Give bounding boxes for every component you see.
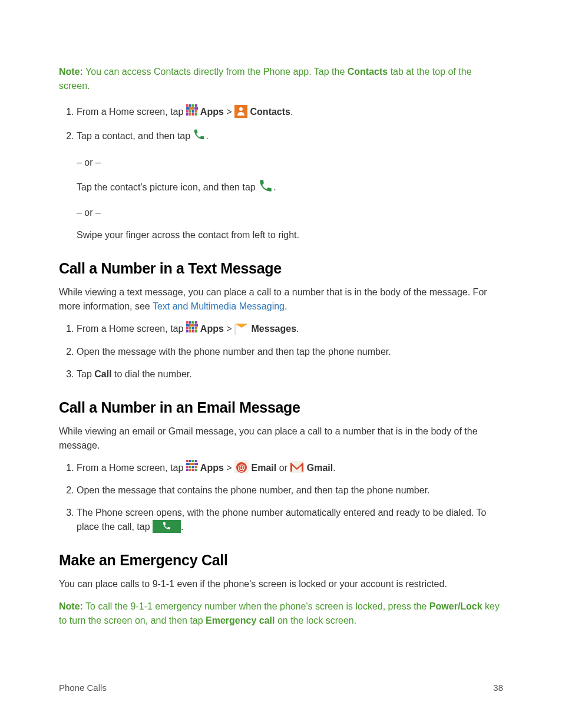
contacts-label: Contacts bbox=[250, 107, 290, 117]
note-bold-contacts: Contacts bbox=[348, 67, 388, 77]
note-emergency: Note: To call the 9-1-1 emergency number… bbox=[59, 599, 503, 628]
step-text: From a Home screen, tap bbox=[77, 107, 186, 117]
list-item: The Phone screen opens, with the phone n… bbox=[77, 506, 503, 534]
gt-separator: > bbox=[224, 324, 234, 334]
apps-label: Apps bbox=[200, 324, 224, 334]
footer-page-number: 38 bbox=[493, 683, 503, 693]
messages-icon bbox=[234, 322, 249, 334]
period: . bbox=[206, 131, 208, 141]
apps-icon bbox=[186, 321, 200, 335]
apps-icon bbox=[186, 104, 200, 118]
note-text-1: You can access Contacts directly from th… bbox=[83, 67, 348, 77]
gt-separator: > bbox=[224, 107, 234, 117]
document-page: Note: You can access Contacts directly f… bbox=[0, 0, 562, 728]
step-text: From a Home screen, tap bbox=[77, 324, 186, 334]
list-item: From a Home screen, tap Apps > Contacts. bbox=[77, 105, 503, 120]
email-at-icon: @ bbox=[234, 460, 249, 473]
steps-email-message: From a Home screen, tap Apps > @ Email o… bbox=[59, 461, 503, 535]
period: . bbox=[296, 324, 299, 334]
steps-text-message: From a Home screen, tap Apps > Messages.… bbox=[59, 322, 503, 381]
gmail-icon bbox=[290, 461, 304, 473]
note-contacts-access: Note: You can access Contacts directly f… bbox=[59, 65, 503, 93]
email-label: Email bbox=[252, 463, 277, 473]
svg-point-0 bbox=[239, 107, 243, 111]
heading-emergency-call: Make an Emergency Call bbox=[59, 552, 503, 569]
gt-separator: > bbox=[224, 463, 234, 473]
note-text: To call the 9-1-1 emergency number when … bbox=[83, 601, 429, 611]
contacts-icon bbox=[234, 105, 247, 118]
para-text: . bbox=[285, 301, 287, 311]
messages-label: Messages bbox=[252, 324, 297, 334]
dial-button-icon bbox=[153, 520, 181, 533]
or-text: – or – bbox=[77, 206, 503, 220]
period: . bbox=[333, 463, 335, 473]
step-text: . bbox=[181, 522, 183, 532]
step-sub-swipe: Swipe your finger across the contact fro… bbox=[77, 228, 503, 242]
list-item: From a Home screen, tap Apps > @ Email o… bbox=[77, 461, 503, 476]
or-text: – or – bbox=[77, 156, 503, 170]
call-bold: Call bbox=[94, 369, 111, 379]
phone-handset-icon bbox=[258, 178, 273, 197]
heading-call-text-message: Call a Number in a Text Message bbox=[59, 260, 503, 277]
period: . bbox=[290, 107, 293, 117]
list-item: Open the message with the phone number a… bbox=[77, 345, 503, 359]
para-email-message: While viewing an email or Gmail message,… bbox=[59, 424, 503, 453]
step-text: Tap a contact, and then tap bbox=[77, 131, 193, 141]
step-text: The Phone screen opens, with the phone n… bbox=[77, 508, 486, 532]
step-sub: Tap the contact's picture icon, and then… bbox=[77, 178, 503, 197]
phone-handset-icon bbox=[193, 128, 206, 145]
heading-call-email-message: Call a Number in an Email Message bbox=[59, 399, 503, 416]
apps-label: Apps bbox=[200, 107, 224, 117]
list-item: Tap Call to dial the number. bbox=[77, 367, 503, 381]
note-bold-emergencycall: Emergency call bbox=[206, 615, 275, 625]
page-footer: Phone Calls 38 bbox=[59, 683, 503, 693]
steps-contacts: From a Home screen, tap Apps > Contacts.… bbox=[59, 105, 503, 242]
step-text: to dial the number. bbox=[112, 369, 192, 379]
or-word: or bbox=[276, 463, 290, 473]
apps-label: Apps bbox=[200, 463, 224, 473]
list-item: From a Home screen, tap Apps > Messages. bbox=[77, 322, 503, 337]
gmail-label: Gmail bbox=[307, 463, 333, 473]
note-bold-powerlock: Power/Lock bbox=[429, 601, 482, 611]
para-emergency: You can place calls to 9-1-1 even if the… bbox=[59, 577, 503, 591]
note-text: on the lock screen. bbox=[275, 615, 356, 625]
period: . bbox=[273, 182, 276, 192]
link-text-multimedia[interactable]: Text and Multimedia Messaging bbox=[153, 301, 285, 311]
para-text-message: While viewing a text message, you can pl… bbox=[59, 285, 503, 314]
step-text: Tap the contact's picture icon, and then… bbox=[77, 182, 258, 192]
apps-icon bbox=[186, 460, 200, 474]
note-label: Note: bbox=[59, 601, 83, 611]
footer-section: Phone Calls bbox=[59, 683, 107, 693]
step-text: From a Home screen, tap bbox=[77, 463, 186, 473]
list-item: Open the message that contains the phone… bbox=[77, 483, 503, 498]
note-label: Note: bbox=[59, 67, 83, 77]
list-item: Tap a contact, and then tap . – or – Tap… bbox=[77, 128, 503, 242]
step-text: Tap bbox=[77, 369, 94, 379]
